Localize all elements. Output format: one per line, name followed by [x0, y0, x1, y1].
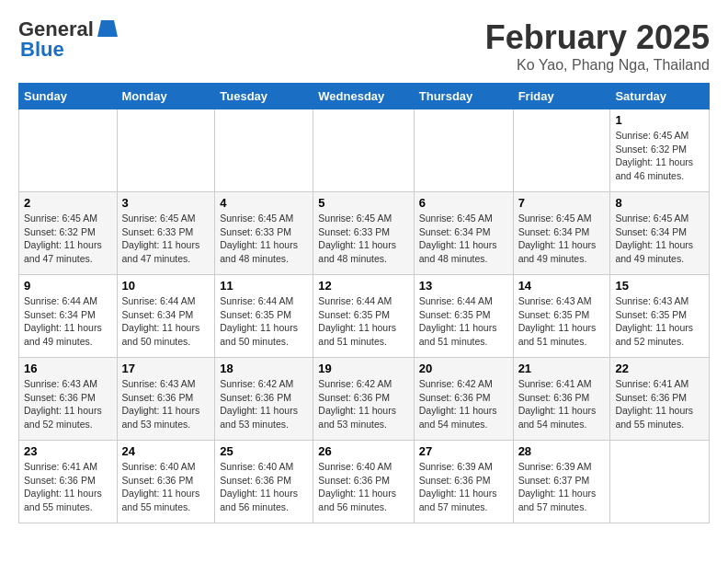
day-info: Sunrise: 6:40 AM Sunset: 6:36 PM Dayligh… [318, 460, 408, 514]
day-number: 25 [220, 444, 308, 458]
logo-arrow-icon [97, 20, 118, 37]
header-sunday: Sunday [19, 84, 118, 109]
day-cell-20: 20Sunrise: 6:42 AM Sunset: 6:36 PM Dayli… [414, 358, 513, 441]
day-cell-25: 25Sunrise: 6:40 AM Sunset: 6:36 PM Dayli… [215, 441, 313, 523]
day-cell-23: 23Sunrise: 6:41 AM Sunset: 6:36 PM Dayli… [19, 441, 118, 523]
day-info: Sunrise: 6:40 AM Sunset: 6:36 PM Dayligh… [122, 460, 210, 514]
day-number: 5 [318, 196, 408, 210]
day-info: Sunrise: 6:45 AM Sunset: 6:33 PM Dayligh… [220, 212, 308, 266]
day-number: 12 [318, 279, 408, 293]
day-cell-13: 13Sunrise: 6:44 AM Sunset: 6:35 PM Dayli… [414, 275, 513, 358]
week-row-3: 9Sunrise: 6:44 AM Sunset: 6:34 PM Daylig… [19, 275, 710, 358]
day-number: 18 [220, 362, 308, 375]
day-info: Sunrise: 6:45 AM Sunset: 6:32 PM Dayligh… [615, 129, 704, 183]
day-cell-28: 28Sunrise: 6:39 AM Sunset: 6:37 PM Dayli… [513, 441, 610, 523]
header-saturday: Saturday [610, 84, 710, 109]
week-row-2: 2Sunrise: 6:45 AM Sunset: 6:32 PM Daylig… [19, 192, 710, 275]
day-cell-10: 10Sunrise: 6:44 AM Sunset: 6:34 PM Dayli… [117, 275, 215, 358]
empty-cell [513, 109, 610, 192]
day-number: 4 [220, 196, 308, 210]
day-cell-16: 16Sunrise: 6:43 AM Sunset: 6:36 PM Dayli… [19, 358, 118, 441]
day-info: Sunrise: 6:43 AM Sunset: 6:35 PM Dayligh… [518, 294, 606, 349]
day-number: 22 [615, 362, 704, 375]
day-cell-24: 24Sunrise: 6:40 AM Sunset: 6:36 PM Dayli… [117, 441, 215, 523]
week-row-4: 16Sunrise: 6:43 AM Sunset: 6:36 PM Dayli… [19, 358, 710, 441]
day-info: Sunrise: 6:42 AM Sunset: 6:36 PM Dayligh… [419, 377, 508, 431]
calendar-subtitle: Ko Yao, Phang Nga, Thailand [485, 57, 710, 74]
day-number: 14 [518, 279, 606, 293]
day-number: 6 [419, 196, 508, 210]
empty-cell [313, 109, 414, 192]
day-info: Sunrise: 6:39 AM Sunset: 6:37 PM Dayligh… [518, 460, 606, 514]
day-info: Sunrise: 6:42 AM Sunset: 6:36 PM Dayligh… [220, 377, 308, 431]
day-number: 1 [615, 113, 704, 127]
day-info: Sunrise: 6:44 AM Sunset: 6:35 PM Dayligh… [419, 294, 508, 349]
day-cell-9: 9Sunrise: 6:44 AM Sunset: 6:34 PM Daylig… [19, 275, 118, 358]
day-cell-27: 27Sunrise: 6:39 AM Sunset: 6:36 PM Dayli… [414, 441, 513, 523]
day-info: Sunrise: 6:43 AM Sunset: 6:35 PM Dayligh… [615, 294, 704, 349]
logo: General Blue [18, 18, 118, 61]
day-info: Sunrise: 6:44 AM Sunset: 6:35 PM Dayligh… [220, 294, 308, 349]
day-cell-18: 18Sunrise: 6:42 AM Sunset: 6:36 PM Dayli… [215, 358, 313, 441]
day-info: Sunrise: 6:43 AM Sunset: 6:36 PM Dayligh… [24, 377, 112, 431]
empty-cell [117, 109, 215, 192]
day-cell-11: 11Sunrise: 6:44 AM Sunset: 6:35 PM Dayli… [215, 275, 313, 358]
empty-cell [610, 441, 710, 523]
day-number: 17 [122, 362, 210, 375]
day-cell-7: 7Sunrise: 6:45 AM Sunset: 6:34 PM Daylig… [513, 192, 610, 275]
day-info: Sunrise: 6:45 AM Sunset: 6:33 PM Dayligh… [318, 212, 408, 266]
day-number: 7 [518, 196, 606, 210]
day-info: Sunrise: 6:44 AM Sunset: 6:34 PM Dayligh… [24, 294, 112, 349]
day-cell-19: 19Sunrise: 6:42 AM Sunset: 6:36 PM Dayli… [313, 358, 414, 441]
day-info: Sunrise: 6:40 AM Sunset: 6:36 PM Dayligh… [220, 460, 308, 514]
day-cell-1: 1Sunrise: 6:45 AM Sunset: 6:32 PM Daylig… [610, 109, 710, 192]
day-info: Sunrise: 6:41 AM Sunset: 6:36 PM Dayligh… [615, 377, 704, 431]
day-cell-22: 22Sunrise: 6:41 AM Sunset: 6:36 PM Dayli… [610, 358, 710, 441]
day-cell-2: 2Sunrise: 6:45 AM Sunset: 6:32 PM Daylig… [19, 192, 118, 275]
day-cell-15: 15Sunrise: 6:43 AM Sunset: 6:35 PM Dayli… [610, 275, 710, 358]
day-number: 26 [318, 444, 408, 458]
week-row-5: 23Sunrise: 6:41 AM Sunset: 6:36 PM Dayli… [19, 441, 710, 523]
day-info: Sunrise: 6:45 AM Sunset: 6:34 PM Dayligh… [615, 212, 704, 266]
day-number: 10 [122, 279, 210, 293]
empty-cell [215, 109, 313, 192]
calendar-title: February 2025 [485, 18, 710, 57]
header-row: SundayMondayTuesdayWednesdayThursdayFrid… [19, 84, 710, 109]
day-cell-12: 12Sunrise: 6:44 AM Sunset: 6:35 PM Dayli… [313, 275, 414, 358]
day-cell-14: 14Sunrise: 6:43 AM Sunset: 6:35 PM Dayli… [513, 275, 610, 358]
week-row-1: 1Sunrise: 6:45 AM Sunset: 6:32 PM Daylig… [19, 109, 710, 192]
header-monday: Monday [117, 84, 215, 109]
day-number: 15 [615, 279, 704, 293]
logo-blue-text: Blue [20, 39, 64, 61]
empty-cell [414, 109, 513, 192]
day-cell-6: 6Sunrise: 6:45 AM Sunset: 6:34 PM Daylig… [414, 192, 513, 275]
day-cell-5: 5Sunrise: 6:45 AM Sunset: 6:33 PM Daylig… [313, 192, 414, 275]
calendar-table: SundayMondayTuesdayWednesdayThursdayFrid… [18, 83, 710, 523]
day-info: Sunrise: 6:39 AM Sunset: 6:36 PM Dayligh… [419, 460, 508, 514]
day-info: Sunrise: 6:41 AM Sunset: 6:36 PM Dayligh… [24, 460, 112, 514]
header-wednesday: Wednesday [313, 84, 414, 109]
day-info: Sunrise: 6:45 AM Sunset: 6:33 PM Dayligh… [122, 212, 210, 266]
svg-marker-0 [97, 20, 118, 37]
header-friday: Friday [513, 84, 610, 109]
empty-cell [19, 109, 118, 192]
day-info: Sunrise: 6:44 AM Sunset: 6:34 PM Dayligh… [122, 294, 210, 349]
day-number: 19 [318, 362, 408, 375]
title-section: February 2025 Ko Yao, Phang Nga, Thailan… [485, 18, 710, 74]
day-number: 9 [24, 279, 112, 293]
header: General Blue February 2025 Ko Yao, Phang… [18, 18, 710, 74]
header-thursday: Thursday [414, 84, 513, 109]
day-info: Sunrise: 6:45 AM Sunset: 6:32 PM Dayligh… [24, 212, 112, 266]
header-tuesday: Tuesday [215, 84, 313, 109]
day-info: Sunrise: 6:43 AM Sunset: 6:36 PM Dayligh… [122, 377, 210, 431]
day-cell-4: 4Sunrise: 6:45 AM Sunset: 6:33 PM Daylig… [215, 192, 313, 275]
day-number: 3 [122, 196, 210, 210]
day-cell-8: 8Sunrise: 6:45 AM Sunset: 6:34 PM Daylig… [610, 192, 710, 275]
day-cell-26: 26Sunrise: 6:40 AM Sunset: 6:36 PM Dayli… [313, 441, 414, 523]
day-number: 24 [122, 444, 210, 458]
day-cell-3: 3Sunrise: 6:45 AM Sunset: 6:33 PM Daylig… [117, 192, 215, 275]
day-number: 2 [24, 196, 112, 210]
day-info: Sunrise: 6:44 AM Sunset: 6:35 PM Dayligh… [318, 294, 408, 349]
day-number: 11 [220, 279, 308, 293]
day-number: 21 [518, 362, 606, 375]
